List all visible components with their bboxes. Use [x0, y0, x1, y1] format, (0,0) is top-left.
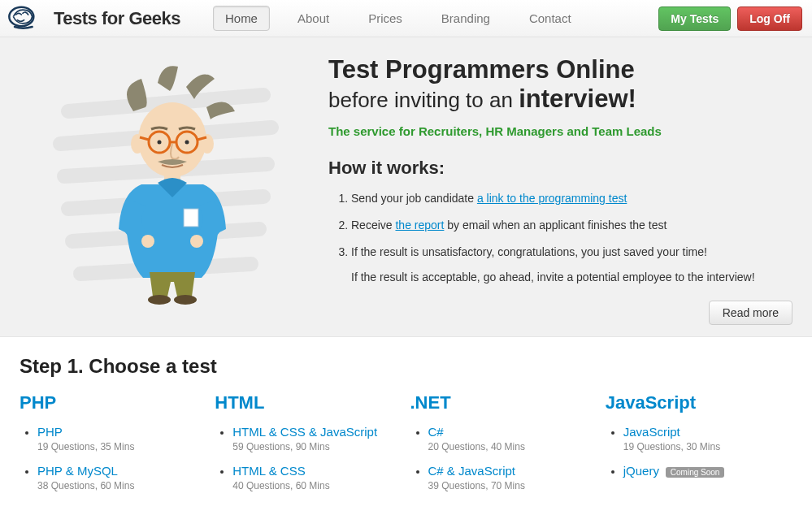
test-meta: 19 Questions, 35 Mins: [37, 441, 206, 452]
test-link-html-css[interactable]: HTML & CSS: [232, 464, 305, 478]
list-item: HTML & CSS 40 Questions, 60 Mins: [232, 464, 402, 491]
test-meta: 59 Questions, 90 Mins: [232, 441, 402, 452]
cat-javascript: JavaScript JavaScript 19 Questions, 30 M…: [606, 392, 792, 503]
link-the-report[interactable]: the report: [395, 219, 444, 232]
svg-point-13: [141, 235, 154, 248]
test-categories: PHP PHP 19 Questions, 35 Mins PHP & MySQ…: [20, 392, 792, 503]
test-link-html-css-js[interactable]: HTML & CSS & JavaScript: [232, 425, 377, 439]
nav-about[interactable]: About: [286, 6, 341, 30]
list-item: jQuery Coming Soon: [623, 464, 792, 478]
how-it-works-heading: How it works:: [328, 158, 792, 179]
svg-point-3: [201, 134, 214, 154]
brand-text: Tests for Geeks: [54, 8, 180, 29]
hero-content: Test Programmers Online before inviting …: [312, 49, 792, 328]
test-link-csharp[interactable]: C#: [428, 425, 444, 439]
test-meta: 20 Questions, 40 Mins: [428, 441, 597, 452]
svg-point-15: [148, 295, 171, 305]
list-item: PHP & MySQL 38 Questions, 60 Mins: [37, 464, 206, 491]
how-step-1: Send your job candidate a link to the pr…: [351, 185, 792, 212]
test-link-php-mysql[interactable]: PHP & MySQL: [37, 464, 118, 478]
navbar: Tests for Geeks Home About Prices Brandi…: [0, 0, 812, 37]
logoff-button[interactable]: Log Off: [737, 6, 802, 31]
nav-branding[interactable]: Branding: [430, 6, 502, 30]
nav-home[interactable]: Home: [213, 6, 270, 31]
coming-soon-badge: Coming Soon: [666, 467, 725, 478]
cat-php: PHP PHP 19 Questions, 35 Mins PHP & MySQ…: [20, 392, 206, 503]
brand[interactable]: Tests for Geeks: [7, 5, 180, 32]
hero: Test Programmers Online before inviting …: [0, 37, 812, 337]
hero-tagline: The service for Recruiters, HR Managers …: [328, 124, 792, 138]
test-link-csharp-js[interactable]: C# & JavaScript: [428, 464, 516, 478]
hero-title-line2a: before inviting to an: [328, 88, 519, 112]
test-meta: 40 Questions, 60 Mins: [232, 480, 402, 491]
my-tests-button[interactable]: My Tests: [658, 6, 731, 31]
read-more-button[interactable]: Read more: [709, 301, 792, 325]
hero-title-line2b: interview!: [519, 84, 636, 113]
how-step-3: If the result is unsatisfactory, congrat…: [351, 239, 792, 291]
svg-rect-12: [184, 209, 198, 227]
list-item: C# 20 Questions, 40 Mins: [428, 425, 597, 452]
list-item: HTML & CSS & JavaScript 59 Questions, 90…: [232, 425, 402, 452]
cat-dotnet: .NET C# 20 Questions, 40 Mins C# & JavaS…: [410, 392, 597, 503]
test-link-jquery[interactable]: jQuery: [623, 464, 659, 478]
how-it-works-list: Send your job candidate a link to the pr…: [328, 185, 792, 291]
svg-point-10: [185, 141, 189, 145]
how-step-2: Receive the report by email when an appl…: [351, 212, 792, 239]
step1-section: Step 1. Choose a test PHP PHP 19 Questio…: [0, 337, 812, 511]
test-meta: 19 Questions, 30 Mins: [623, 441, 792, 452]
cat-html-heading[interactable]: HTML: [215, 392, 264, 413]
hero-illustration: [20, 49, 312, 328]
svg-point-9: [158, 141, 162, 145]
svg-point-14: [190, 235, 203, 248]
test-link-javascript[interactable]: JavaScript: [623, 425, 680, 439]
list-item: C# & JavaScript 39 Questions, 70 Mins: [428, 464, 597, 491]
list-item: PHP 19 Questions, 35 Mins: [37, 425, 206, 452]
test-meta: 39 Questions, 70 Mins: [428, 480, 597, 491]
step1-heading: Step 1. Choose a test: [20, 355, 792, 378]
nav-contact[interactable]: Contact: [518, 6, 583, 30]
cat-php-heading[interactable]: PHP: [20, 392, 56, 413]
link-programming-test[interactable]: a link to the programming test: [477, 192, 627, 205]
test-link-php[interactable]: PHP: [37, 425, 63, 439]
nav-links: Home About Prices Branding Contact: [213, 6, 583, 31]
hero-title: Test Programmers Online before inviting …: [328, 55, 792, 113]
brain-logo-icon: [7, 5, 47, 32]
nav-prices[interactable]: Prices: [357, 6, 414, 30]
cat-dotnet-heading[interactable]: .NET: [410, 392, 451, 413]
cat-js-heading[interactable]: JavaScript: [606, 392, 696, 413]
svg-point-16: [174, 295, 197, 305]
hero-title-line1: Test Programmers Online: [328, 55, 635, 84]
cat-html: HTML HTML & CSS & JavaScript 59 Question…: [215, 392, 402, 503]
list-item: JavaScript 19 Questions, 30 Mins: [623, 425, 792, 452]
test-meta: 38 Questions, 60 Mins: [37, 480, 206, 491]
